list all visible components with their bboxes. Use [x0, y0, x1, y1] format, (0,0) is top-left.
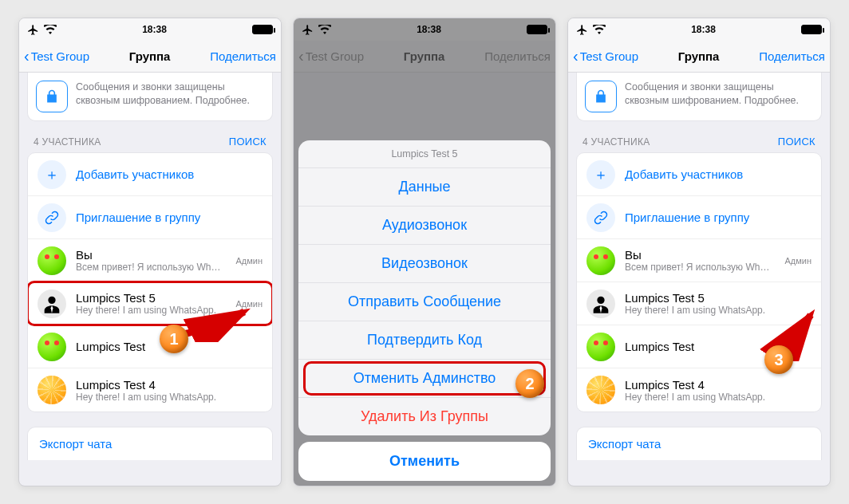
member-row[interactable]: Вы Всем привет! Я использую Wh… Админ: [577, 239, 821, 282]
add-participants-button[interactable]: ＋ Добавить участников: [577, 153, 821, 196]
airplane-mode-icon: [576, 24, 588, 36]
lock-icon: [36, 81, 68, 112]
link-icon: [38, 203, 66, 232]
dismiss-admin-label: Отменить Админство: [353, 370, 496, 386]
plus-icon: ＋: [586, 160, 615, 189]
participants-count: 4 УЧАСТНИКА: [34, 136, 101, 148]
back-label: Test Group: [31, 49, 89, 63]
member-name: Lumpics Test 5: [625, 291, 811, 305]
avatar-icon: [586, 289, 615, 318]
encryption-text: Сообщения и звонки защищены сквозным шиф…: [76, 81, 264, 108]
status-bar: 18:38: [19, 18, 281, 41]
sheet-option-send-message[interactable]: Отправить Сообщение: [298, 283, 551, 321]
wifi-icon: [593, 25, 606, 34]
member-status: Hey there! I am using WhatsApp.: [76, 392, 263, 403]
admin-badge: Админ: [235, 299, 263, 309]
avatar-icon: [38, 246, 66, 275]
member-row-highlighted[interactable]: Lumpics Test 5 Hey there! I am using Wha…: [28, 282, 272, 325]
member-status: Всем привет! Я использую Wh…: [625, 262, 775, 273]
status-bar: 18:38: [568, 18, 830, 41]
sheet-cancel-button[interactable]: Отменить: [298, 442, 551, 481]
participants-header: 4 УЧАСТНИКА ПОИСК: [19, 131, 281, 152]
avatar-icon: [38, 289, 66, 318]
admin-badge: Админ: [784, 256, 811, 266]
member-status: Hey there! I am using WhatsApp.: [76, 305, 226, 316]
invite-link-button[interactable]: Приглашение в группу: [28, 196, 272, 239]
member-name: Lumpics Test 5: [76, 291, 226, 305]
nav-title: Группа: [129, 49, 171, 63]
sheet-title: Lumpics Test 5: [298, 140, 551, 168]
status-time: 18:38: [142, 24, 167, 35]
back-label: Test Group: [580, 49, 638, 63]
sheet-option-info[interactable]: Данные: [298, 168, 551, 207]
encryption-notice[interactable]: Сообщения и звонки защищены сквозным шиф…: [576, 73, 822, 121]
back-button[interactable]: ‹ Test Group: [24, 49, 89, 65]
action-sheet-backdrop[interactable]: Lumpics Test 5 Данные Аудиозвонок Видеоз…: [294, 18, 555, 486]
invite-label: Приглашение в группу: [625, 211, 811, 224]
wifi-icon: [44, 25, 57, 34]
participants-list: ＋ Добавить участников Приглашение в груп…: [27, 152, 273, 412]
airplane-mode-icon: [27, 24, 39, 36]
status-time: 18:38: [691, 24, 716, 35]
member-status: Hey there! I am using WhatsApp.: [625, 305, 811, 316]
sheet-option-remove-from-group[interactable]: Удалить Из Группы: [298, 398, 551, 435]
member-name: Lumpics Test: [76, 340, 263, 353]
search-link[interactable]: ПОИСК: [778, 136, 815, 148]
plus-icon: ＋: [38, 160, 66, 189]
battery-icon: [252, 25, 273, 34]
export-chat-button[interactable]: Экспорт чата: [27, 427, 273, 460]
nav-bar: ‹ Test Group Группа Поделиться: [19, 41, 281, 73]
member-name: Lumpics Test: [625, 340, 811, 353]
participants-list: ＋ Добавить участников Приглашение в груп…: [576, 152, 822, 412]
add-participants-button[interactable]: ＋ Добавить участников: [28, 153, 272, 196]
phone-screen-2: 18:38 ‹Test Group Группа Поделиться Lump…: [293, 18, 556, 486]
phone-screen-1: 18:38 ‹ Test Group Группа Поделиться Соо…: [18, 18, 282, 486]
member-row[interactable]: Lumpics Test 4 Hey there! I am using Wha…: [577, 368, 821, 411]
encryption-text: Сообщения и звонки защищены сквозным шиф…: [625, 81, 813, 108]
member-name: Lumpics Test 4: [625, 378, 811, 392]
share-button[interactable]: Поделиться: [759, 49, 825, 63]
sheet-option-dismiss-admin[interactable]: Отменить Админство: [298, 360, 551, 398]
member-status: Всем привет! Я использую Wh…: [76, 262, 226, 273]
sheet-option-audio-call[interactable]: Аудиозвонок: [298, 207, 551, 245]
link-icon: [586, 203, 615, 232]
participants-header: 4 УЧАСТНИКА ПОИСК: [568, 131, 830, 152]
chevron-left-icon: ‹: [573, 48, 579, 64]
invite-link-button[interactable]: Приглашение в группу: [577, 196, 821, 239]
phone-screen-3: 18:38 ‹ Test Group Группа Поделиться Соо…: [567, 18, 831, 486]
member-name: Вы: [76, 248, 226, 262]
lock-icon: [585, 81, 617, 112]
action-sheet: Lumpics Test 5 Данные Аудиозвонок Видеоз…: [298, 140, 551, 435]
nav-bar: ‹ Test Group Группа Поделиться: [568, 41, 830, 73]
add-label: Добавить участников: [76, 167, 263, 181]
member-row[interactable]: Вы Всем привет! Я использую Wh… Админ: [28, 239, 272, 282]
avatar-icon: [586, 376, 615, 404]
share-button[interactable]: Поделиться: [210, 49, 276, 63]
search-link[interactable]: ПОИСК: [229, 136, 267, 148]
member-name: Lumpics Test 4: [76, 378, 263, 392]
invite-label: Приглашение в группу: [76, 211, 263, 224]
member-row[interactable]: Lumpics Test: [577, 325, 821, 368]
admin-badge: Админ: [235, 256, 263, 266]
avatar-icon: [586, 333, 615, 361]
member-row[interactable]: Lumpics Test 5 Hey there! I am using Wha…: [577, 282, 821, 325]
encryption-notice[interactable]: Сообщения и звонки защищены сквозным шиф…: [27, 73, 273, 121]
avatar-icon: [38, 333, 66, 361]
add-label: Добавить участников: [625, 167, 811, 181]
avatar-icon: [38, 376, 66, 404]
participants-count: 4 УЧАСТНИКА: [582, 136, 650, 148]
member-row[interactable]: Lumpics Test 4 Hey there! I am using Wha…: [28, 368, 272, 411]
back-button[interactable]: ‹ Test Group: [573, 49, 638, 65]
member-status: Hey there! I am using WhatsApp.: [625, 392, 811, 403]
battery-icon: [801, 25, 822, 34]
avatar-icon: [586, 246, 615, 275]
sheet-option-verify-code[interactable]: Подтвердить Код: [298, 321, 551, 360]
member-row[interactable]: Lumpics Test: [28, 325, 272, 368]
member-name: Вы: [625, 248, 775, 262]
sheet-option-video-call[interactable]: Видеозвонок: [298, 245, 551, 283]
export-chat-button[interactable]: Экспорт чата: [576, 427, 822, 460]
chevron-left-icon: ‹: [24, 48, 30, 64]
nav-title: Группа: [678, 49, 720, 63]
